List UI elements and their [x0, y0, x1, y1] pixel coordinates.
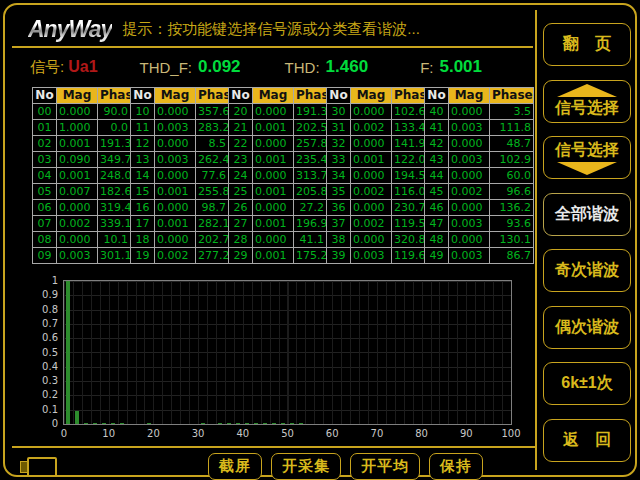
bottom-bar: 截屏开采集开平均保持	[12, 446, 535, 470]
table-cell: 42	[425, 136, 449, 152]
table-cell: 0.000	[449, 104, 490, 120]
table-cell: 27	[229, 216, 253, 232]
table-cell: 35	[327, 184, 351, 200]
table-cell: 38	[327, 232, 351, 248]
table-row: 050.007182.6150.001255.8250.001205.8350.…	[33, 184, 534, 200]
table-cell: 102.9	[490, 152, 534, 168]
table-cell: 34	[327, 168, 351, 184]
table-cell: 13	[131, 152, 155, 168]
table-cell: 28	[229, 232, 253, 248]
y-axis-tick: 0.6	[32, 332, 58, 343]
table-cell: 357.6	[196, 104, 229, 120]
table-cell: 320.8	[392, 232, 425, 248]
table-cell: 00	[33, 104, 57, 120]
x-axis-tick: 90	[451, 428, 481, 439]
table-cell: 205.8	[294, 184, 327, 200]
bottom-button-截屏[interactable]: 截屏	[208, 453, 262, 480]
table-cell: 25	[229, 184, 253, 200]
softkey-返 回[interactable]: 返 回	[543, 419, 631, 462]
table-cell: 0.000	[57, 104, 98, 120]
table-cell: 0.000	[351, 136, 392, 152]
table-row: 020.001191.3120.0008.5220.000257.8320.00…	[33, 136, 534, 152]
softkey-signal-select-up[interactable]: 信号选择	[543, 80, 631, 123]
bottom-button-开平均[interactable]: 开平均	[350, 453, 420, 480]
softkey-signal-select-down[interactable]: 信号选择	[543, 136, 631, 179]
softkey-label: 全部谐波	[555, 204, 619, 225]
table-cell: 0.000	[155, 232, 196, 248]
table-cell: 03	[33, 152, 57, 168]
thdf-value: 0.092	[198, 57, 241, 77]
table-cell: 0.000	[253, 232, 294, 248]
table-cell: 98.7	[196, 200, 229, 216]
table-cell: 24	[229, 168, 253, 184]
softkey-翻 页[interactable]: 翻 页	[543, 23, 631, 66]
table-cell: 14	[131, 168, 155, 184]
table-cell: 21	[229, 120, 253, 136]
column-header: Phase	[294, 88, 327, 104]
table-cell: 0.003	[449, 216, 490, 232]
table-cell: 191.3	[294, 104, 327, 120]
y-axis-tick: 0.8	[32, 304, 58, 315]
table-cell: 0.000	[155, 200, 196, 216]
bottom-button-保持[interactable]: 保持	[429, 453, 483, 480]
table-cell: 0.000	[57, 232, 98, 248]
x-axis-tick: 80	[407, 428, 437, 439]
table-cell: 319.4	[98, 200, 131, 216]
harmonic-bar	[272, 423, 276, 424]
harmonic-bar	[75, 411, 79, 424]
table-cell: 32	[327, 136, 351, 152]
softkey-6k±1次[interactable]: 6k±1次	[543, 362, 631, 405]
table-cell: 0.003	[449, 120, 490, 136]
table-cell: 0.000	[449, 200, 490, 216]
table-cell: 0.000	[253, 200, 294, 216]
table-cell: 130.1	[490, 232, 534, 248]
table-cell: 349.7	[98, 152, 131, 168]
table-cell: 0.003	[57, 248, 98, 264]
table-cell: 0.002	[351, 184, 392, 200]
harmonic-bar	[254, 423, 258, 424]
y-axis-tick: 0.9	[32, 289, 58, 300]
table-cell: 0.002	[449, 184, 490, 200]
softkey-panel: 翻 页信号选择信号选择全部谐波奇次谐波偶次谐波6k±1次返 回	[543, 10, 640, 470]
table-cell: 05	[33, 184, 57, 200]
table-cell: 0.001	[253, 216, 294, 232]
table-cell: 111.8	[490, 120, 534, 136]
softkey-label: 信号选择	[555, 98, 619, 119]
column-header: Phase	[392, 88, 425, 104]
table-row: 040.001248.0140.00077.6240.000313.7340.0…	[33, 168, 534, 184]
table-cell: 18	[131, 232, 155, 248]
table-cell: 0.000	[253, 136, 294, 152]
table-cell: 0.000	[253, 104, 294, 120]
table-cell: 10.1	[98, 232, 131, 248]
column-header: Mag	[57, 88, 98, 104]
column-header: No	[229, 88, 253, 104]
table-cell: 10	[131, 104, 155, 120]
column-header: No	[33, 88, 57, 104]
y-axis-tick: 0.3	[32, 375, 58, 386]
main-area: AnyWay 提示：按功能键选择信号源或分类查看谐波... 信号: Ua1 TH…	[10, 10, 535, 470]
softkey-偶次谐波[interactable]: 偶次谐波	[543, 306, 631, 349]
y-axis-tick: 0.7	[32, 318, 58, 329]
softkey-label: 偶次谐波	[555, 317, 619, 338]
info-row: 信号: Ua1 THD_F: 0.092 THD: 1.460 F: 5.001	[30, 54, 530, 80]
table-cell: 0.001	[253, 152, 294, 168]
table-cell: 0.000	[351, 232, 392, 248]
table-cell: 0.000	[449, 168, 490, 184]
table-cell: 22	[229, 136, 253, 152]
softkey-全部谐波[interactable]: 全部谐波	[543, 193, 631, 236]
harmonic-bar	[281, 423, 285, 424]
panel-divider	[535, 10, 537, 470]
thd-value: 1.460	[326, 57, 369, 77]
softkey-label: 返 回	[563, 430, 611, 451]
softkey-奇次谐波[interactable]: 奇次谐波	[543, 249, 631, 292]
bottom-button-开采集[interactable]: 开采集	[271, 453, 341, 480]
anyway-logo: AnyWay	[28, 16, 112, 43]
table-cell: 41	[425, 120, 449, 136]
y-axis-tick: 0.2	[32, 389, 58, 400]
table-cell: 0.001	[155, 216, 196, 232]
y-axis-tick: 0.4	[32, 361, 58, 372]
table-cell: 47	[425, 216, 449, 232]
table-cell: 202.5	[294, 120, 327, 136]
signal-label: 信号:	[30, 58, 64, 77]
table-cell: 16	[131, 200, 155, 216]
